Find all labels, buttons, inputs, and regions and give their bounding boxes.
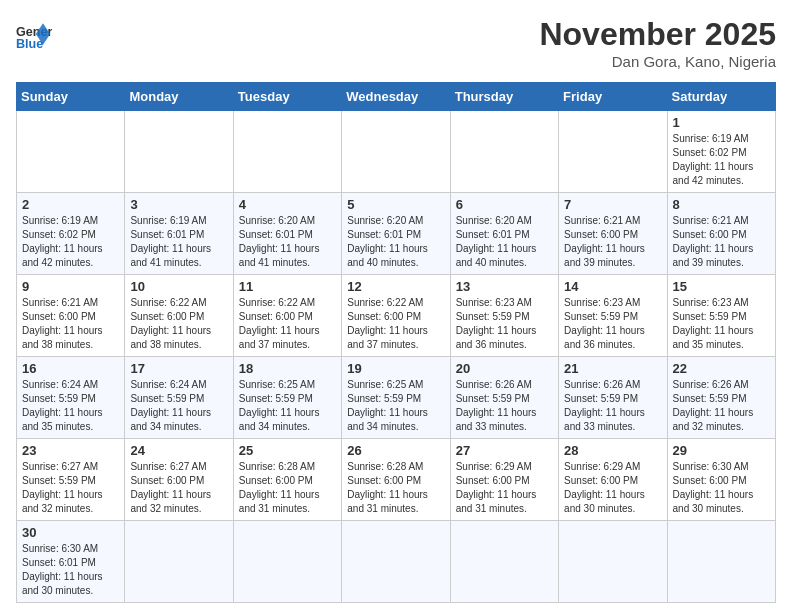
day-info: Sunrise: 6:28 AM Sunset: 6:00 PM Dayligh…: [239, 460, 336, 516]
day-number: 23: [22, 443, 119, 458]
calendar-cell: 29Sunrise: 6:30 AM Sunset: 6:00 PM Dayli…: [667, 439, 775, 521]
day-info: Sunrise: 6:20 AM Sunset: 6:01 PM Dayligh…: [347, 214, 444, 270]
calendar-cell: 12Sunrise: 6:22 AM Sunset: 6:00 PM Dayli…: [342, 275, 450, 357]
day-number: 18: [239, 361, 336, 376]
day-number: 1: [673, 115, 770, 130]
calendar-cell: 28Sunrise: 6:29 AM Sunset: 6:00 PM Dayli…: [559, 439, 667, 521]
calendar-cell: 10Sunrise: 6:22 AM Sunset: 6:00 PM Dayli…: [125, 275, 233, 357]
day-number: 5: [347, 197, 444, 212]
day-info: Sunrise: 6:25 AM Sunset: 5:59 PM Dayligh…: [347, 378, 444, 434]
calendar-week-6: 30Sunrise: 6:30 AM Sunset: 6:01 PM Dayli…: [17, 521, 776, 603]
calendar-cell: [125, 521, 233, 603]
day-number: 4: [239, 197, 336, 212]
calendar-week-5: 23Sunrise: 6:27 AM Sunset: 5:59 PM Dayli…: [17, 439, 776, 521]
day-info: Sunrise: 6:24 AM Sunset: 5:59 PM Dayligh…: [130, 378, 227, 434]
day-info: Sunrise: 6:22 AM Sunset: 6:00 PM Dayligh…: [347, 296, 444, 352]
day-number: 9: [22, 279, 119, 294]
day-header-sunday: Sunday: [17, 83, 125, 111]
calendar-cell: [450, 111, 558, 193]
day-number: 30: [22, 525, 119, 540]
day-number: 7: [564, 197, 661, 212]
calendar-cell: 4Sunrise: 6:20 AM Sunset: 6:01 PM Daylig…: [233, 193, 341, 275]
day-info: Sunrise: 6:21 AM Sunset: 6:00 PM Dayligh…: [22, 296, 119, 352]
day-header-saturday: Saturday: [667, 83, 775, 111]
calendar-cell: 16Sunrise: 6:24 AM Sunset: 5:59 PM Dayli…: [17, 357, 125, 439]
calendar-cell: [233, 521, 341, 603]
day-number: 29: [673, 443, 770, 458]
day-number: 27: [456, 443, 553, 458]
day-info: Sunrise: 6:30 AM Sunset: 6:01 PM Dayligh…: [22, 542, 119, 598]
calendar-week-2: 2Sunrise: 6:19 AM Sunset: 6:02 PM Daylig…: [17, 193, 776, 275]
calendar-cell: 23Sunrise: 6:27 AM Sunset: 5:59 PM Dayli…: [17, 439, 125, 521]
calendar-cell: 17Sunrise: 6:24 AM Sunset: 5:59 PM Dayli…: [125, 357, 233, 439]
calendar-cell: 8Sunrise: 6:21 AM Sunset: 6:00 PM Daylig…: [667, 193, 775, 275]
day-number: 16: [22, 361, 119, 376]
page-header: General Blue November 2025 Dan Gora, Kan…: [16, 16, 776, 70]
day-header-tuesday: Tuesday: [233, 83, 341, 111]
calendar-week-1: 1Sunrise: 6:19 AM Sunset: 6:02 PM Daylig…: [17, 111, 776, 193]
calendar-cell: 24Sunrise: 6:27 AM Sunset: 6:00 PM Dayli…: [125, 439, 233, 521]
day-info: Sunrise: 6:19 AM Sunset: 6:02 PM Dayligh…: [22, 214, 119, 270]
calendar-header-row: SundayMondayTuesdayWednesdayThursdayFrid…: [17, 83, 776, 111]
calendar-cell: 18Sunrise: 6:25 AM Sunset: 5:59 PM Dayli…: [233, 357, 341, 439]
day-info: Sunrise: 6:21 AM Sunset: 6:00 PM Dayligh…: [564, 214, 661, 270]
svg-text:Blue: Blue: [16, 37, 43, 51]
calendar-cell: [125, 111, 233, 193]
day-number: 17: [130, 361, 227, 376]
day-number: 22: [673, 361, 770, 376]
day-number: 19: [347, 361, 444, 376]
day-number: 20: [456, 361, 553, 376]
calendar-cell: 6Sunrise: 6:20 AM Sunset: 6:01 PM Daylig…: [450, 193, 558, 275]
day-number: 21: [564, 361, 661, 376]
day-info: Sunrise: 6:19 AM Sunset: 6:01 PM Dayligh…: [130, 214, 227, 270]
day-info: Sunrise: 6:20 AM Sunset: 6:01 PM Dayligh…: [456, 214, 553, 270]
month-title: November 2025: [539, 16, 776, 53]
day-number: 15: [673, 279, 770, 294]
logo-icon: General Blue: [16, 16, 52, 52]
calendar-cell: 5Sunrise: 6:20 AM Sunset: 6:01 PM Daylig…: [342, 193, 450, 275]
calendar-week-3: 9Sunrise: 6:21 AM Sunset: 6:00 PM Daylig…: [17, 275, 776, 357]
location-subtitle: Dan Gora, Kano, Nigeria: [539, 53, 776, 70]
day-info: Sunrise: 6:29 AM Sunset: 6:00 PM Dayligh…: [564, 460, 661, 516]
day-info: Sunrise: 6:29 AM Sunset: 6:00 PM Dayligh…: [456, 460, 553, 516]
day-info: Sunrise: 6:22 AM Sunset: 6:00 PM Dayligh…: [130, 296, 227, 352]
calendar-cell: 11Sunrise: 6:22 AM Sunset: 6:00 PM Dayli…: [233, 275, 341, 357]
calendar-cell: [17, 111, 125, 193]
calendar-cell: 15Sunrise: 6:23 AM Sunset: 5:59 PM Dayli…: [667, 275, 775, 357]
calendar-cell: [667, 521, 775, 603]
day-info: Sunrise: 6:19 AM Sunset: 6:02 PM Dayligh…: [673, 132, 770, 188]
day-info: Sunrise: 6:25 AM Sunset: 5:59 PM Dayligh…: [239, 378, 336, 434]
calendar-cell: 20Sunrise: 6:26 AM Sunset: 5:59 PM Dayli…: [450, 357, 558, 439]
day-info: Sunrise: 6:26 AM Sunset: 5:59 PM Dayligh…: [564, 378, 661, 434]
day-info: Sunrise: 6:27 AM Sunset: 5:59 PM Dayligh…: [22, 460, 119, 516]
calendar-cell: [233, 111, 341, 193]
title-block: November 2025 Dan Gora, Kano, Nigeria: [539, 16, 776, 70]
calendar-cell: 2Sunrise: 6:19 AM Sunset: 6:02 PM Daylig…: [17, 193, 125, 275]
day-info: Sunrise: 6:23 AM Sunset: 5:59 PM Dayligh…: [673, 296, 770, 352]
day-header-friday: Friday: [559, 83, 667, 111]
day-header-thursday: Thursday: [450, 83, 558, 111]
day-info: Sunrise: 6:28 AM Sunset: 6:00 PM Dayligh…: [347, 460, 444, 516]
day-number: 10: [130, 279, 227, 294]
day-number: 24: [130, 443, 227, 458]
day-number: 12: [347, 279, 444, 294]
calendar-cell: 7Sunrise: 6:21 AM Sunset: 6:00 PM Daylig…: [559, 193, 667, 275]
calendar-cell: 19Sunrise: 6:25 AM Sunset: 5:59 PM Dayli…: [342, 357, 450, 439]
day-info: Sunrise: 6:23 AM Sunset: 5:59 PM Dayligh…: [564, 296, 661, 352]
day-header-monday: Monday: [125, 83, 233, 111]
calendar-cell: [342, 521, 450, 603]
calendar-cell: 9Sunrise: 6:21 AM Sunset: 6:00 PM Daylig…: [17, 275, 125, 357]
day-number: 25: [239, 443, 336, 458]
calendar-cell: 26Sunrise: 6:28 AM Sunset: 6:00 PM Dayli…: [342, 439, 450, 521]
day-number: 6: [456, 197, 553, 212]
day-number: 28: [564, 443, 661, 458]
logo: General Blue: [16, 16, 52, 52]
calendar-cell: [559, 111, 667, 193]
day-info: Sunrise: 6:24 AM Sunset: 5:59 PM Dayligh…: [22, 378, 119, 434]
calendar-table: SundayMondayTuesdayWednesdayThursdayFrid…: [16, 82, 776, 603]
day-number: 13: [456, 279, 553, 294]
calendar-cell: 21Sunrise: 6:26 AM Sunset: 5:59 PM Dayli…: [559, 357, 667, 439]
calendar-cell: 3Sunrise: 6:19 AM Sunset: 6:01 PM Daylig…: [125, 193, 233, 275]
calendar-cell: 13Sunrise: 6:23 AM Sunset: 5:59 PM Dayli…: [450, 275, 558, 357]
day-info: Sunrise: 6:22 AM Sunset: 6:00 PM Dayligh…: [239, 296, 336, 352]
